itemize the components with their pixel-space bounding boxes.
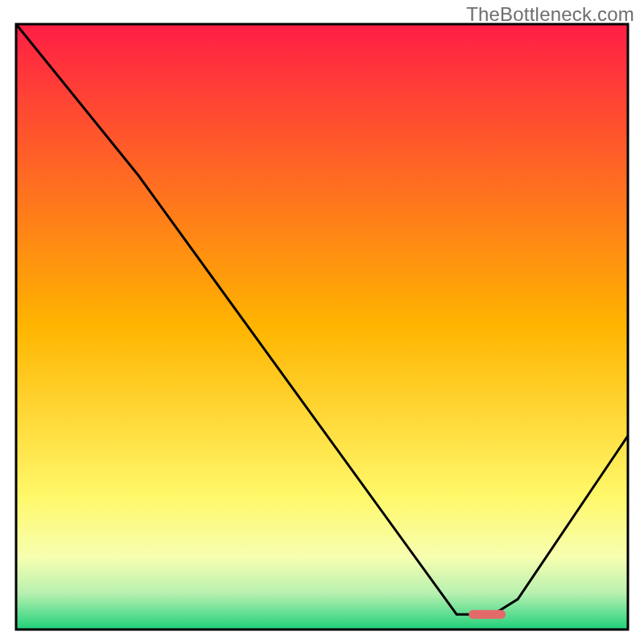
bottleneck-chart: TheBottleneck.com [0, 0, 644, 644]
optimal-range-marker [469, 610, 506, 619]
watermark-label: TheBottleneck.com [466, 3, 634, 26]
chart-svg [0, 0, 644, 644]
plot-background [16, 24, 628, 630]
